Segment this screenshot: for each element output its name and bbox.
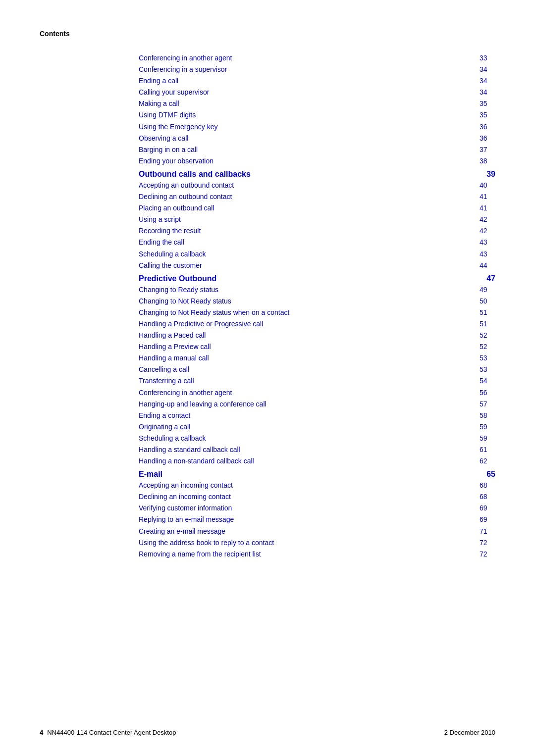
toc-entry-text: Using the address book to reply to a con… [139,537,274,549]
toc-entry[interactable]: Making a call35 [139,98,495,109]
toc-entry[interactable]: Verifying customer information69 [139,503,495,514]
toc-entry[interactable]: Using a script42 [139,214,495,225]
toc-entry-page: 41 [476,191,495,202]
toc-entry[interactable]: Handling a non-standard callback call62 [139,455,495,467]
section-heading-text: E-mail [139,470,162,479]
toc-entry[interactable]: Accepting an outbound contact40 [139,180,495,191]
section-heading-text: Outbound calls and callbacks [139,170,251,179]
toc-entry-page: 51 [476,318,495,330]
toc-entry-page: 68 [476,491,495,503]
toc-entry-text: Declining an outbound contact [139,191,232,202]
toc-entry[interactable]: Conferencing in a supervisor34 [139,64,495,75]
toc-entry[interactable]: Hanging-up and leaving a conference call… [139,399,495,410]
toc-entry[interactable]: Handling a Paced call52 [139,330,495,341]
toc-entry[interactable]: Handling a standard callback call61 [139,444,495,455]
toc-entry-text: Handling a Predictive or Progressive cal… [139,318,263,330]
toc-entry-page: 72 [476,549,495,560]
section-heading-page: 65 [476,470,495,479]
toc-entry-text: Handling a Preview call [139,341,211,353]
toc-entry-text: Handling a manual call [139,353,209,364]
toc-entry[interactable]: Observing a call36 [139,133,495,144]
toc-entry[interactable]: Placing an outbound call41 [139,202,495,214]
toc-entry-text: Calling your supervisor [139,87,209,98]
toc-entry-text: Declining an incoming contact [139,491,231,503]
toc-entry[interactable]: Scheduling a callback59 [139,433,495,444]
toc-entry-text: Placing an outbound call [139,202,214,214]
toc-entry-page: 49 [476,284,495,296]
toc-entry-page: 34 [476,87,495,98]
toc-entry-page: 68 [476,480,495,491]
toc-entry[interactable]: Replying to an e-mail message69 [139,514,495,525]
toc-entry[interactable]: Ending a call34 [139,75,495,87]
toc-entry-page: 43 [476,237,495,248]
toc-entry-page: 69 [476,503,495,514]
toc-entry-page: 69 [476,514,495,525]
section-heading: Predictive Outbound47 [139,274,495,283]
toc-entry[interactable]: Calling the customer44 [139,260,495,271]
toc-entry-text: Removing a name from the recipient list [139,549,261,560]
toc-entry-text: Using DTMF digits [139,109,196,121]
toc-entry-text: Transferring a call [139,375,194,387]
toc-entry[interactable]: Scheduling a callback43 [139,249,495,260]
toc-entry[interactable]: Originating a call59 [139,421,495,433]
section-heading: E-mail65 [139,470,495,479]
toc-entry[interactable]: Ending your observation38 [139,155,495,167]
section-heading-text: Predictive Outbound [139,274,216,283]
toc-entry[interactable]: Changing to Not Ready status when on a c… [139,307,495,318]
toc-entry-page: 71 [476,526,495,537]
toc-entry-page: 58 [476,410,495,421]
toc-entry-page: 52 [476,330,495,341]
section-heading: Outbound calls and callbacks39 [139,170,495,179]
toc-entry-text: Using a script [139,214,181,225]
toc-entry[interactable]: Removing a name from the recipient list7… [139,549,495,560]
toc-entry[interactable]: Conferencing in another agent33 [139,52,495,64]
toc-entry-text: Ending a contact [139,410,190,421]
toc-entry-page: 50 [476,296,495,307]
toc-entry-page: 43 [476,249,495,260]
toc-entry-text: Recording the result [139,225,201,237]
toc-entry-page: 42 [476,214,495,225]
toc-entry-page: 36 [476,121,495,133]
toc-entry[interactable]: Declining an outbound contact41 [139,191,495,202]
toc-entry[interactable]: Barging in on a call37 [139,144,495,155]
toc-entry[interactable]: Handling a manual call53 [139,353,495,364]
toc-entry[interactable]: Using the address book to reply to a con… [139,537,495,549]
toc-entry-page: 35 [476,109,495,121]
toc-entry[interactable]: Changing to Not Ready status50 [139,296,495,307]
toc-entry[interactable]: Cancelling a call53 [139,364,495,375]
toc-entry-page: 62 [476,455,495,467]
toc-entry[interactable]: Transferring a call54 [139,375,495,387]
toc-entry-page: 53 [476,364,495,375]
toc-entry-page: 34 [476,75,495,87]
toc-entry[interactable]: Creating an e-mail message71 [139,526,495,537]
toc-entry[interactable]: Using DTMF digits35 [139,109,495,121]
toc-entry-text: Barging in on a call [139,144,198,155]
toc-entry-text: Conferencing in a supervisor [139,64,227,75]
toc-entry-page: 38 [476,155,495,167]
contents-heading: Contents [40,30,495,38]
toc-entry-text: Ending a call [139,75,178,87]
toc-entry-text: Scheduling a callback [139,433,206,444]
toc-entry-text: Changing to Not Ready status [139,296,231,307]
toc-entry[interactable]: Declining an incoming contact68 [139,491,495,503]
section-heading-page: 47 [476,274,495,283]
toc-entry[interactable]: Conferencing in another agent56 [139,387,495,399]
toc-entry[interactable]: Recording the result42 [139,225,495,237]
toc-entry[interactable]: Changing to Ready status49 [139,284,495,296]
toc-entry-page: 40 [476,180,495,191]
toc-entry[interactable]: Handling a Preview call52 [139,341,495,353]
toc-entry[interactable]: Ending the call43 [139,237,495,248]
toc-entry[interactable]: Accepting an incoming contact68 [139,480,495,491]
toc-entry-text: Ending the call [139,237,184,248]
toc-entry-page: 72 [476,537,495,549]
toc-entry-page: 59 [476,433,495,444]
toc-entry[interactable]: Ending a contact58 [139,410,495,421]
toc-entry-page: 51 [476,307,495,318]
toc-entry[interactable]: Using the Emergency key36 [139,121,495,133]
toc-entry[interactable]: Handling a Predictive or Progressive cal… [139,318,495,330]
toc-entry-page: 36 [476,133,495,144]
toc-entry[interactable]: Calling your supervisor34 [139,87,495,98]
toc-entry-text: Scheduling a callback [139,249,206,260]
toc-entry-text: Observing a call [139,133,188,144]
toc-entry-text: Conferencing in another agent [139,52,232,64]
